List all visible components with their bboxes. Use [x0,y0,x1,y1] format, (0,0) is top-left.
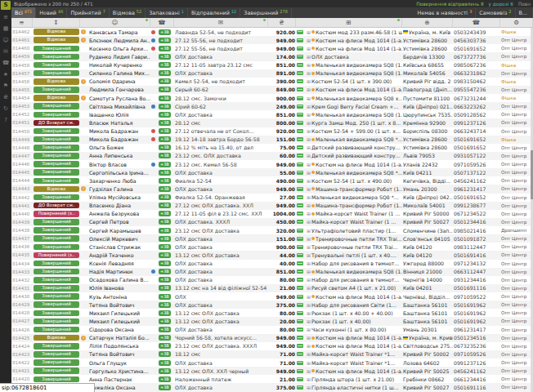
phone-number[interactable]: 0501691116 [453,383,500,391]
table-row[interactable]: 814451ДО Возврат сж.Власюк Наталья+3В28.… [11,118,533,127]
phone-number[interactable]: 0501691652 [453,144,500,152]
calls-badge[interactable]: +3В [159,368,171,374]
phone-number[interactable]: 0501691652 [453,194,500,202]
customer-name[interactable]: Уліяна Мусійовська [88,194,150,202]
table-row[interactable]: 814458ЗавершенийНиколай Кучеренко+3В27.1… [11,61,533,69]
customer-name[interactable]: Осадохова Галина В... [88,276,150,284]
table-row[interactable]: 814448ЗавершенийОльга Божек+3В16.12 % мі… [11,144,533,152]
table-row[interactable]: 814427ЗавершенийМихаил Гилецький+3В13.12… [11,317,533,325]
customer-name[interactable]: Сергопільська Ірина... [88,168,150,176]
phone-number[interactable]: 0663112447 [453,268,500,276]
customer-name[interactable]: Самотуга Руслана Во... [88,94,150,102]
customer-name[interactable]: Микола Бадражан [88,136,150,144]
calls-badge[interactable]: +3В [159,178,171,184]
table-row[interactable]: 814426ЗавершенийСідорова Оксана+3ВОЛХ до… [11,326,533,334]
table-row[interactable]: 814455ЗавершенийЛюдмила Гончарова+3ВСеры… [11,86,533,94]
phone-icon[interactable]: ☎ [453,18,500,27]
table-row[interactable]: 814420ЗавершенийАнна Пастернак+3ВНаложен… [11,375,533,383]
mail-icon[interactable]: ✉ [3,48,8,56]
customer-name[interactable]: Михаил Гилецький [88,309,150,317]
payment-icon[interactable]: ₴ [268,18,296,27]
customer-name[interactable]: Кузь Антоніна [88,292,150,301]
finance-icon[interactable]: ₴ [3,94,7,101]
phone-number[interactable]: 0985067236 [453,61,500,69]
calls-badge[interactable]: +3В [159,211,171,216]
phone-number[interactable]: 0991237126 [453,359,500,367]
phone-number[interactable]: 0983112447 [453,243,500,251]
customer-name[interactable]: Николай Кучеренко [88,61,150,69]
phone-number[interactable]: 0501234516 [453,334,500,342]
calls-badge[interactable]: +3В [159,310,171,316]
customer-name[interactable]: Горгулько Христина... [88,367,150,375]
table-row[interactable]: 814450ЗавершенийМикола Бадражан+3В27.12 … [11,127,533,136]
phone-icon[interactable]: ☎ [2,60,10,67]
customer-name[interactable]: Анна Пастернак [88,375,150,383]
calls-badge[interactable]: +3В [159,112,171,118]
tab-Немає в наявності[interactable]: Немає в наявності3 [414,7,477,18]
customer-name[interactable]: Анжеліка Оксана [88,383,150,391]
calls-badge[interactable]: +3В [159,87,171,92]
phone-number[interactable]: 0501691116 [453,284,500,292]
products-icon[interactable]: ⊞ [296,18,402,27]
table-row[interactable]: 814432ЗавершенийОсадохова Галина В...+3В… [11,276,533,284]
table-row[interactable]: 814441ДО Возврат сж.Власенко Діана+3В27.… [11,202,533,210]
calls-badge[interactable]: +3В [159,277,171,283]
phone-number[interactable]: 0961231417 [453,185,500,193]
customer-name[interactable]: Лілія Подолянська [88,342,150,350]
phone-number[interactable]: 0501691962 [453,317,500,325]
comments-icon[interactable]: ✉ [174,18,268,27]
table-row[interactable]: 814439ЗавершенийСергей Петров+3ВОЛХ дост… [11,218,533,226]
customer-name[interactable]: Віктор Власов [88,160,150,168]
calls-badge[interactable]: +3В [159,285,171,291]
customer-name[interactable]: Андрій Ткаченко [88,251,150,259]
phone-number[interactable]: 0661234416 [453,375,500,383]
customer-name[interactable]: Сергей Петров [88,218,150,226]
phone-number[interactable]: 0983150462 [453,78,500,86]
calls-badge[interactable]: +3В [159,236,171,242]
phone-number[interactable]: 0501691416 [453,251,500,259]
phone-number[interactable]: 0955547236 [453,86,500,94]
tab-Самовивіз[interactable]: Самовивіз2 [476,7,515,18]
info-icon[interactable]: i [81,336,86,341]
calls-badge[interactable]: +3В [159,78,171,84]
customer-name[interactable]: Канєвська Тамара [88,28,150,36]
table-row[interactable]: 814449ЗавершенийМикола Бадражан+3В19.12 … [11,136,533,144]
phone-number[interactable]: 0673235236 [453,342,500,350]
info-icon[interactable]: i [81,96,86,100]
tab-Завершений[interactable]: Завершений278 [240,7,292,18]
settings-gear-icon[interactable]: ⚙ [500,18,533,27]
customer-name[interactable]: Сідорова Оксана [88,326,150,334]
table-row[interactable]: 814442ЗавершенийУліяна Мусійовська+3ВФиа… [11,194,533,202]
table-row[interactable]: 814434ЗавершенийКсенія Левадняя+3ВОЛХ до… [11,260,533,268]
phone-number[interactable]: 0501691652 [453,44,500,52]
customer-name[interactable]: Іващенко Юлія [88,110,150,118]
table-row[interactable]: 814422ЗавершенийОльга Глущук+3ВОЛХ доста… [11,359,533,367]
customer-name[interactable]: Блєзнюк Людмила Ан... [88,36,150,44]
calls-badge[interactable]: +3В [159,302,171,308]
tab-В...[interactable]: В... [516,7,533,18]
phone-number[interactable]: 0509128562 [453,110,500,118]
customer-name[interactable]: Захарченко Люба [88,176,150,185]
tab-Відправлений[interactable]: Відправлений12 [188,7,240,18]
phone-number[interactable]: 0501691652 [453,136,500,144]
calls-badge[interactable]: +3В [159,136,171,142]
customer-name[interactable]: Ксенія Левадняя [88,260,150,268]
phone-number[interactable]: 0503243439 [453,28,500,36]
calls-badge[interactable]: +3В [159,96,171,101]
phone-number[interactable]: 0507137122 [453,168,500,176]
calls-badge[interactable]: +3В [159,162,171,167]
table-row[interactable]: 814425ВідмоваiСатарчук Наталія Бо...+3ВЧ… [11,334,533,342]
calls-badge[interactable]: +3В [159,261,171,266]
calls-badge[interactable]: +3В [159,62,171,68]
stats-icon[interactable]: ★ [3,71,8,78]
phone-number[interactable]: 0961231417 [453,326,500,334]
phone-number[interactable]: 0673231244 [453,94,500,102]
phone-number[interactable]: 0663223262 [453,102,500,110]
customer-name[interactable]: Гудзілах Галина [88,185,150,193]
customer-name[interactable]: Анна Липенська [88,152,150,160]
phone-number[interactable]: 0971234132 [453,260,500,268]
table-row[interactable]: 814435Повернений (з..Андрій Ткаченко+3В1… [11,251,533,259]
phone-number[interactable]: 0501234416 [453,218,500,226]
table-row[interactable]: 814433ЗавершенийНадія Мартинюк+3ВОЛХ дос… [11,268,533,276]
table-row[interactable]: 814461ВідмоваiБлєзнюк Людмила Ан...+3В27… [11,36,533,44]
